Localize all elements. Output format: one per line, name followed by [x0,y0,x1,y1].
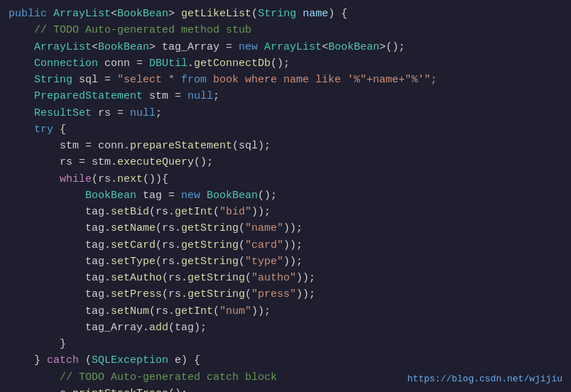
code-token: BookBean [98,41,149,53]
code-token [9,190,85,202]
code-token [9,107,34,119]
code-token: from [181,74,207,86]
code-line: tag.setBid(rs.getInt("bid")); [9,204,562,220]
code-token: ( [79,354,92,366]
code-line: tag.setNum(rs.getInt("num")); [9,303,562,320]
code-token: "num" [219,305,251,317]
code-line: public ArrayList<BookBean> getLikeList(S… [9,6,562,22]
code-token: (rs. [92,173,117,185]
code-token: // TODO Auto-generated catch block [9,371,277,383]
code-line: tag.setPress(rs.getString("press")); [9,286,562,303]
code-token: (rs. [156,239,181,251]
code-token: )); [283,222,303,234]
code-token: } [9,338,66,350]
code-token: ; [213,90,219,102]
code-token: (rs. [162,288,187,300]
code-token: tag = [136,190,181,202]
code-token: getString [181,222,239,234]
code-token: public [9,8,53,20]
code-token [9,90,34,102]
code-token: (tag); [168,322,207,334]
code-token: . [187,58,194,70]
code-token: null [187,90,213,102]
code-token: getString [187,272,245,284]
code-token: getInt [175,305,213,317]
code-line: tag.setAutho(rs.getString("autho")); [9,270,562,286]
code-line: } [9,336,562,352]
code-token: ArrayList [264,41,322,53]
code-block: public ArrayList<BookBean> getLikeList(S… [0,0,571,392]
code-token: ( [213,305,219,317]
code-token: SQLException [92,354,168,366]
code-token: (rs. [149,206,175,218]
code-token: PreparedStatement [34,90,143,102]
code-token: tag. [9,206,111,218]
code-line: stm = conn.prepareStatement(sql); [9,138,562,154]
code-token: ResultSet [34,107,92,119]
code-line: // TODO Auto-generated method stub [9,22,562,38]
code-token: )); [251,206,271,218]
code-token: (rs. [156,256,181,268]
code-token: (rs. [156,222,181,234]
code-token: setNum [111,305,149,317]
code-token: "card" [245,239,283,251]
code-line: tag.setType(rs.getString("type")); [9,254,562,270]
code-token: null [130,107,156,119]
code-token: ( [239,239,245,251]
code-token: tag. [9,239,111,251]
code-line: ArrayList<BookBean> tag_Array = new Arra… [9,39,562,55]
code-token: printStackTrace [72,388,168,392]
code-token: getString [181,239,239,251]
code-token: e. [9,388,72,392]
code-token: (rs. [149,305,175,317]
code-line: e.printStackTrace(); [9,386,562,392]
code-token: "autho" [251,272,296,284]
code-token: setAutho [111,272,162,284]
code-token: ( [245,288,251,300]
code-token: getString [187,288,245,300]
code-token: >(); [379,41,405,53]
code-token: ( [245,272,251,284]
code-token: setName [111,222,156,234]
code-token: { [53,124,66,136]
code-token: setType [111,256,156,268]
code-token: BookBean [207,190,258,202]
code-line: tag.setName(rs.getString("name")); [9,220,562,236]
code-token: // TODO Auto-generated method stub [9,24,251,36]
code-token: String [258,8,296,20]
code-token: rs = stm. [9,156,117,168]
code-token: ; [156,107,162,119]
code-token: ArrayList [53,8,111,20]
code-token: DBUtil [149,58,187,70]
code-line: tag.setCard(rs.getString("card")); [9,237,562,254]
code-token: tag. [9,272,111,284]
code-token: setCard [111,239,156,251]
code-token: > [168,8,181,20]
code-token: "name" [245,222,283,234]
code-token: < [322,41,328,53]
code-token: ) { [328,8,347,20]
code-token: ()){ [143,173,168,185]
code-line: } catch (SQLException e) { [9,352,562,369]
code-token: )); [283,256,303,268]
code-token: conn = [98,58,149,70]
code-line: Connection conn = DBUtil.getConnectDb(); [9,55,562,72]
code-token: stm = conn. [9,140,130,152]
code-token: String [34,74,72,86]
code-line: String sql = "select * from book where n… [9,72,562,88]
code-token: tag_Array. [9,322,149,334]
code-token: getLikeList [181,8,251,20]
code-token: stm = [143,90,187,102]
code-token: try [34,124,53,136]
code-token: setBid [111,206,149,218]
code-token: (); [194,156,213,168]
code-token: tag. [9,256,111,268]
code-line: try { [9,121,562,138]
code-token: BookBean [85,190,136,202]
code-token [9,74,34,86]
code-token: getInt [175,206,213,218]
code-token [9,58,34,70]
code-token: rs = [92,107,130,119]
code-token: (); [258,190,277,202]
code-token: )); [296,288,315,300]
